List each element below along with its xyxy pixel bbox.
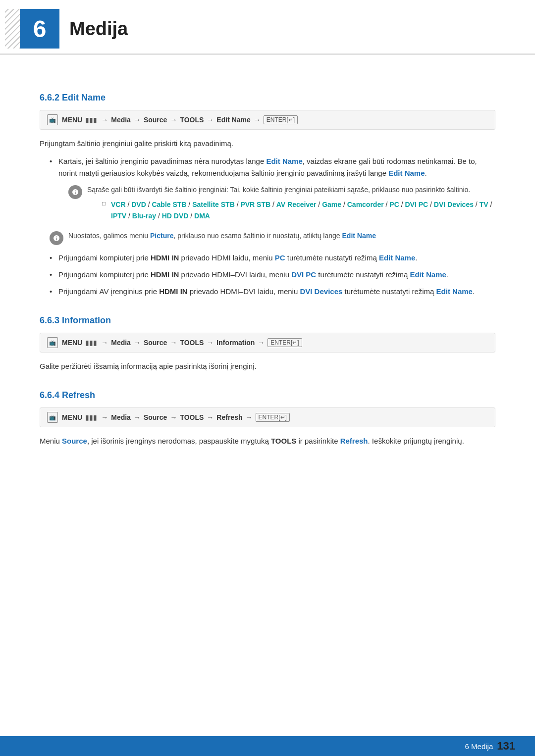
menu-icon-663: 📺 <box>47 337 58 348</box>
section-663-intro: Galite peržiūrėti išsamią informaciją ap… <box>40 360 495 372</box>
section-664-heading: 6.6.4 Refresh <box>40 390 495 401</box>
menu-step-tools-664: TOOLS <box>180 413 204 421</box>
menu-step-editname: Edit Name <box>216 116 250 124</box>
note-icon-1 <box>68 185 82 199</box>
extra-bullet-2: Prijungdami kompiuterį prie HDMI IN prie… <box>50 269 495 281</box>
enter-icon-663: ENTER[↵] <box>268 338 302 347</box>
menu-step-refresh: Refresh <box>216 413 242 421</box>
extra-bullet-3: Prijungdami AV įrenginius prie HDMI IN p… <box>50 286 495 298</box>
enter-icon-662: ENTER[↵] <box>264 115 298 124</box>
page-footer: 6 Medija 131 <box>0 736 535 756</box>
menu-step-media-664: Media <box>111 413 131 421</box>
menu-step-media: Media <box>111 116 131 124</box>
menu-step-media-663: Media <box>111 339 131 347</box>
footer-page: 131 <box>497 740 515 753</box>
device-list-item: VCR / DVD / Cable STB / Satellite STB / … <box>102 199 495 221</box>
section-662-intro: Prijungtam šaltinio įrenginiui galite pr… <box>40 138 495 150</box>
section-662: 6.6.2 Edit Name 📺 MENU ▮▮▮ → Media → Sou… <box>40 93 495 298</box>
note-box-1: Sąraše gali būti išvardyti šie šaltinio … <box>68 184 495 225</box>
section-662-bullets: Kartais, jei šaltinio įrenginio pavadini… <box>40 155 495 225</box>
menu-step-tools: TOOLS <box>180 116 204 124</box>
bullet-item-1: Kartais, jei šaltinio įrenginio pavadini… <box>50 155 495 225</box>
menu-icon-662: 📺 <box>47 114 58 125</box>
note-box-2: Nuostatos, galimos meniu Picture, prikla… <box>50 230 495 245</box>
menu-path-662: 📺 MENU ▮▮▮ → Media → Source → TOOLS → Ed… <box>40 110 495 130</box>
enter-icon-664: ENTER[↵] <box>256 413 290 422</box>
menu-step-tools-663: TOOLS <box>180 339 204 347</box>
menu-path-663: 📺 MENU ▮▮▮ → Media → Source → TOOLS → In… <box>40 333 495 353</box>
main-content: 6.6.2 Edit Name 📺 MENU ▮▮▮ → Media → Sou… <box>0 55 535 483</box>
menu-step-information: Information <box>216 339 255 347</box>
footer-label: 6 Medija <box>465 742 493 751</box>
extra-bullet-1: Prijungdami kompiuterį prie HDMI IN prie… <box>50 252 495 264</box>
menu-path-664: 📺 MENU ▮▮▮ → Media → Source → TOOLS → Re… <box>40 407 495 427</box>
menu-step-source: Source <box>144 116 167 124</box>
menu-icon-664: 📺 <box>47 412 58 423</box>
note-text-1: Sąraše gali būti išvardyti šie šaltinio … <box>87 184 495 225</box>
chapter-number: 6 <box>33 15 47 43</box>
chapter-number-box: 6 <box>20 9 59 49</box>
note-icon-2 <box>50 231 63 245</box>
menu-step-menu-664: MENU <box>62 413 82 421</box>
section-663-heading: 6.6.3 Information <box>40 315 495 326</box>
chapter-title: Medija <box>69 18 128 40</box>
menu-step-menu-663: MENU <box>62 339 82 347</box>
bullet-1-text: Kartais, jei šaltinio įrenginio pavadini… <box>58 157 477 177</box>
section-662-extra-bullets: Prijungdami kompiuterį prie HDMI IN prie… <box>40 252 495 298</box>
section-663: 6.6.3 Information 📺 MENU ▮▮▮ → Media → S… <box>40 315 495 372</box>
section-662-heading: 6.6.2 Edit Name <box>40 93 495 103</box>
section-664-intro: Meniu Source, jei išorinis įrenginys ner… <box>40 435 495 447</box>
chapter-header: 6 Medija <box>0 0 535 55</box>
note-text-2: Nuostatos, galimos meniu Picture, prikla… <box>68 230 495 241</box>
section-664: 6.6.4 Refresh 📺 MENU ▮▮▮ → Media → Sourc… <box>40 390 495 447</box>
device-sub-list: VCR / DVD / Cable STB / Satellite STB / … <box>87 199 495 221</box>
menu-step-source-663: Source <box>144 339 167 347</box>
menu-step-menu: MENU <box>62 116 82 124</box>
menu-step-source-664: Source <box>144 413 167 421</box>
